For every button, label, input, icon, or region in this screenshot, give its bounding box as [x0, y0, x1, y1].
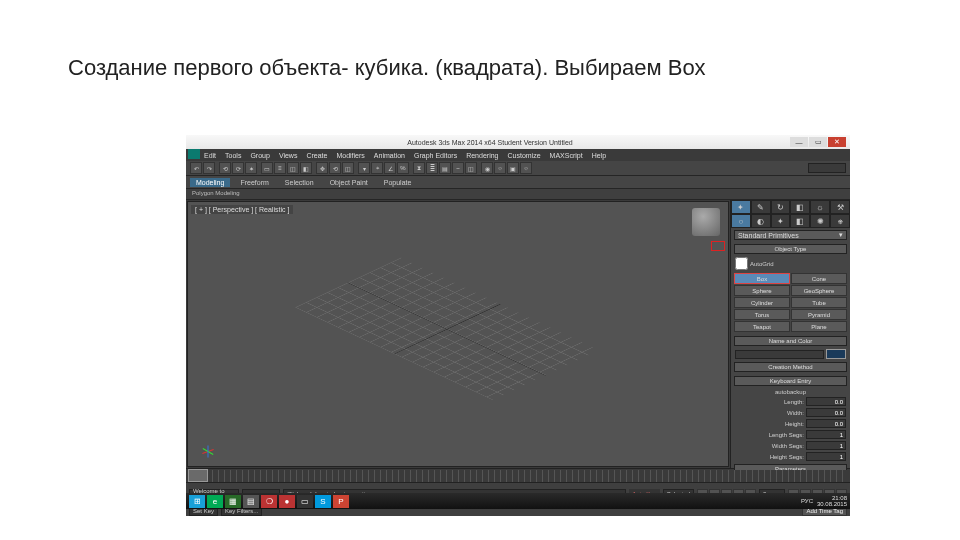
- plane-button[interactable]: Plane: [791, 321, 847, 332]
- menu-group[interactable]: Group: [250, 152, 269, 159]
- snap-button[interactable]: ⌖: [371, 162, 383, 174]
- systems-subtab[interactable]: ⎈: [830, 214, 850, 228]
- autogrid-checkbox[interactable]: [735, 257, 748, 270]
- redo-button[interactable]: ↷: [203, 162, 215, 174]
- material-editor-button[interactable]: ◉: [481, 162, 493, 174]
- cone-button[interactable]: Cone: [791, 273, 847, 284]
- maximize-button[interactable]: ▭: [809, 137, 827, 147]
- teapot-button[interactable]: Teapot: [734, 321, 790, 332]
- undo-button[interactable]: ↶: [190, 162, 202, 174]
- viewcube[interactable]: [692, 208, 720, 236]
- menu-help[interactable]: Help: [592, 152, 606, 159]
- link-button[interactable]: ⟲: [219, 162, 231, 174]
- task-red-icon[interactable]: ●: [279, 495, 295, 508]
- object-name-input[interactable]: [735, 350, 824, 359]
- torus-button[interactable]: Torus: [734, 309, 790, 320]
- mirror-button[interactable]: ⧗: [413, 162, 425, 174]
- task-skype-icon[interactable]: S: [315, 495, 331, 508]
- menu-grapheditors[interactable]: Graph Editors: [414, 152, 457, 159]
- menu-rendering[interactable]: Rendering: [466, 152, 498, 159]
- task-ie-icon[interactable]: e: [207, 495, 223, 508]
- rotate-button[interactable]: ⟲: [329, 162, 341, 174]
- creation-method-header[interactable]: Creation Method: [734, 362, 847, 372]
- bind-button[interactable]: ✶: [245, 162, 257, 174]
- layers-button[interactable]: ▤: [439, 162, 451, 174]
- motion-tab[interactable]: ◧: [790, 200, 810, 214]
- sphere-button[interactable]: Sphere: [734, 285, 790, 296]
- keyboard-entry-header[interactable]: Keyboard Entry: [734, 376, 847, 386]
- cylinder-button[interactable]: Cylinder: [734, 297, 790, 308]
- search-input[interactable]: [808, 163, 846, 173]
- box-button[interactable]: Box: [734, 273, 790, 284]
- task-powerpoint-icon[interactable]: P: [333, 495, 349, 508]
- timeline[interactable]: [186, 468, 850, 482]
- menu-tools[interactable]: Tools: [225, 152, 241, 159]
- lengthsegs-spinner[interactable]: 1: [806, 430, 846, 439]
- task-yandex-icon[interactable]: ❍: [261, 495, 277, 508]
- ribbon-modeling[interactable]: Modeling: [190, 178, 230, 187]
- ribbon-populate[interactable]: Populate: [378, 178, 418, 187]
- primitive-category-dropdown[interactable]: Standard Primitives▾: [734, 230, 847, 240]
- tray-lang[interactable]: РУС: [801, 498, 813, 504]
- display-tab[interactable]: ☼: [810, 200, 830, 214]
- length-spinner[interactable]: 0.0: [806, 397, 846, 406]
- curve-editor-button[interactable]: ~: [452, 162, 464, 174]
- name-color-header[interactable]: Name and Color: [734, 336, 847, 346]
- heightsegs-spinner[interactable]: 1: [806, 452, 846, 461]
- move-button[interactable]: ✥: [316, 162, 328, 174]
- start-button[interactable]: ⊞: [189, 495, 205, 508]
- create-tab[interactable]: ✦: [731, 200, 751, 214]
- timeline-ruler[interactable]: [188, 470, 848, 482]
- menu-modifiers[interactable]: Modifiers: [336, 152, 364, 159]
- ribbon-selection[interactable]: Selection: [279, 178, 320, 187]
- minimize-button[interactable]: —: [790, 137, 808, 147]
- viewport-perspective[interactable]: [ + ] [ Perspective ] [ Realistic ]: [187, 201, 729, 467]
- utilities-tab[interactable]: ⚒: [830, 200, 850, 214]
- task-app-icon[interactable]: ▭: [297, 495, 313, 508]
- modify-tab[interactable]: ✎: [751, 200, 771, 214]
- unlink-button[interactable]: ⟳: [232, 162, 244, 174]
- viewport-label[interactable]: [ + ] [ Perspective ] [ Realistic ]: [191, 205, 293, 214]
- ribbon-freeform[interactable]: Freeform: [234, 178, 274, 187]
- select-region-button[interactable]: ◫: [287, 162, 299, 174]
- task-excel-icon[interactable]: ▦: [225, 495, 241, 508]
- render-setup-button[interactable]: ☼: [494, 162, 506, 174]
- height-spinner[interactable]: 0.0: [806, 419, 846, 428]
- menu-edit[interactable]: Edit: [204, 152, 216, 159]
- render-button[interactable]: ☼: [520, 162, 532, 174]
- menu-views[interactable]: Views: [279, 152, 298, 159]
- schematic-button[interactable]: ◫: [465, 162, 477, 174]
- menu-animation[interactable]: Animation: [374, 152, 405, 159]
- object-type-header[interactable]: Object Type: [734, 244, 847, 254]
- menu-create[interactable]: Create: [306, 152, 327, 159]
- app-logo-icon[interactable]: [188, 149, 200, 159]
- menu-customize[interactable]: Customize: [507, 152, 540, 159]
- select-name-button[interactable]: ≡: [274, 162, 286, 174]
- ribbon-sub[interactable]: Polygon Modeling: [186, 189, 850, 200]
- geosphere-button[interactable]: GeoSphere: [791, 285, 847, 296]
- window-crossing-button[interactable]: ◧: [300, 162, 312, 174]
- object-color-swatch[interactable]: [826, 349, 846, 359]
- select-button[interactable]: ▭: [261, 162, 273, 174]
- widthsegs-spinner[interactable]: 1: [806, 441, 846, 450]
- geometry-subtab[interactable]: ○: [731, 214, 751, 228]
- time-slider[interactable]: [188, 469, 208, 482]
- width-spinner[interactable]: 0.0: [806, 408, 846, 417]
- refcoord-button[interactable]: ▾: [358, 162, 370, 174]
- lights-subtab[interactable]: ✦: [771, 214, 791, 228]
- pyramid-button[interactable]: Pyramid: [791, 309, 847, 320]
- task-explorer-icon[interactable]: ▤: [243, 495, 259, 508]
- tube-button[interactable]: Tube: [791, 297, 847, 308]
- shapes-subtab[interactable]: ◐: [751, 214, 771, 228]
- hierarchy-tab[interactable]: ↻: [771, 200, 791, 214]
- cameras-subtab[interactable]: ◧: [790, 214, 810, 228]
- percent-snap-button[interactable]: %: [397, 162, 409, 174]
- menu-maxscript[interactable]: MAXScript: [550, 152, 583, 159]
- scale-button[interactable]: ◫: [342, 162, 354, 174]
- ribbon-objectpaint[interactable]: Object Paint: [324, 178, 374, 187]
- angle-snap-button[interactable]: ∠: [384, 162, 396, 174]
- render-frame-button[interactable]: ▣: [507, 162, 519, 174]
- close-button[interactable]: ✕: [828, 137, 846, 147]
- helpers-subtab[interactable]: ✺: [810, 214, 830, 228]
- align-button[interactable]: ≣: [426, 162, 438, 174]
